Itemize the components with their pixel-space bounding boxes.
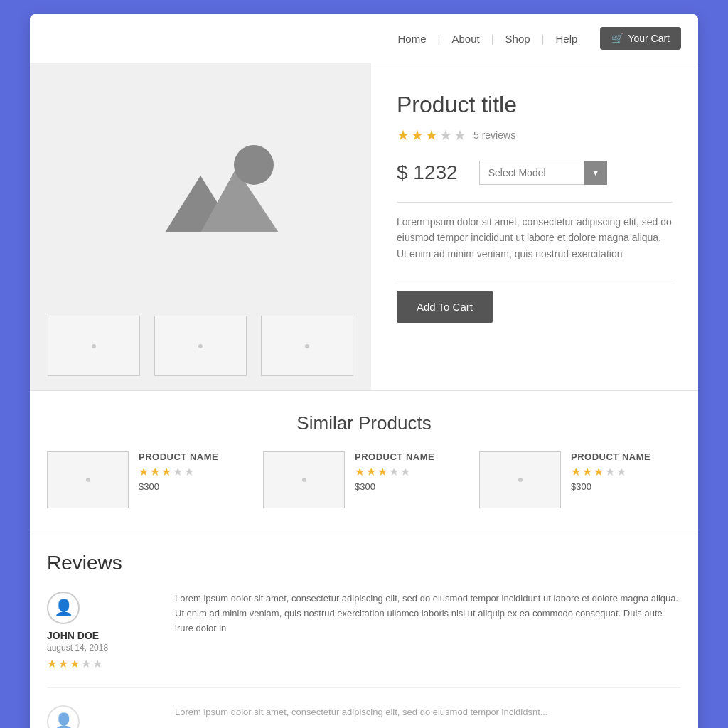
price-model-row: $ 1232 Select Model Model A Model B ▼	[397, 161, 673, 185]
similar-product-1[interactable]: PRODUCT NAME ★ ★ ★ ★ ★ $300	[47, 451, 249, 508]
model-select-wrapper: Select Model Model A Model B ▼	[479, 161, 607, 185]
model-select[interactable]: Select Model Model A Model B	[479, 161, 607, 185]
product-description: Lorem ipsum dolor sit amet, consectetur …	[397, 214, 673, 262]
star-5: ★	[454, 127, 466, 144]
user-icon-1: 👤	[54, 599, 73, 617]
similar-name-1: PRODUCT NAME	[139, 451, 218, 462]
similar-thumb-2	[263, 451, 345, 508]
similar-name-2: PRODUCT NAME	[355, 451, 434, 462]
similar-price-1: $300	[139, 481, 218, 492]
reviewer-date-1: august 14, 2018	[47, 643, 108, 653]
reviewer-left-2: 👤 JOHN DOE	[47, 705, 161, 728]
nav-link-help[interactable]: Help	[545, 33, 589, 45]
main-product-image	[44, 77, 357, 301]
thumbnail-3[interactable]	[261, 316, 353, 376]
reviewer-name-1: JOHN DOE	[47, 630, 99, 641]
thumbnail-2[interactable]	[154, 316, 247, 376]
page-container: Home | About | Shop | Help 🛒 Your Cart	[30, 14, 698, 728]
reviewer-avatar-1: 👤	[47, 592, 80, 624]
thumbnail-2-dot	[198, 344, 203, 348]
similar-thumb-1-dot	[86, 478, 90, 482]
cart-button[interactable]: 🛒 Your Cart	[600, 27, 681, 50]
reviews-title: Reviews	[47, 552, 681, 574]
star-2: ★	[411, 127, 424, 144]
similar-thumb-3-dot	[518, 478, 523, 482]
review-item-2: 👤 JOHN DOE Lorem ipsum dolor sit amet, c…	[47, 705, 681, 728]
similar-thumb-2-dot	[302, 478, 306, 482]
reviewer-left-1: 👤 JOHN DOE august 14, 2018 ★ ★ ★ ★ ★	[47, 592, 161, 670]
similar-product-3[interactable]: PRODUCT NAME ★ ★ ★ ★ ★ $300	[479, 451, 681, 508]
product-image-area	[30, 63, 371, 390]
product-title: Product title	[397, 92, 673, 118]
stars-row: ★ ★ ★ ★ ★ 5 reviews	[397, 127, 673, 144]
similar-info-3: PRODUCT NAME ★ ★ ★ ★ ★ $300	[571, 451, 651, 492]
product-info: Product title ★ ★ ★ ★ ★ 5 reviews $ 1232…	[371, 63, 698, 390]
similar-thumb-3	[479, 451, 561, 508]
similar-info-1: PRODUCT NAME ★ ★ ★ ★ ★ $300	[139, 451, 218, 492]
star-4: ★	[439, 127, 452, 144]
similar-products-row: PRODUCT NAME ★ ★ ★ ★ ★ $300 PR	[47, 451, 681, 508]
similar-info-2: PRODUCT NAME ★ ★ ★ ★ ★ $300	[355, 451, 434, 492]
product-price: $ 1232	[397, 161, 458, 184]
svg-point-2	[234, 145, 274, 185]
cart-label: Your Cart	[628, 33, 670, 44]
user-icon-2: 👤	[54, 712, 73, 728]
similar-title: Similar Products	[47, 412, 681, 434]
review-text-2: Lorem ipsum dolor sit amet, consectetur …	[175, 705, 681, 728]
similar-section: Similar Products PRODUCT NAME ★ ★ ★ ★ ★ …	[30, 390, 698, 530]
similar-price-2: $300	[355, 481, 434, 492]
nav-links: Home | About | Shop | Help	[387, 33, 589, 45]
review-item-1: 👤 JOHN DOE august 14, 2018 ★ ★ ★ ★ ★ Lor…	[47, 592, 681, 688]
review-text-1: Lorem ipsum dolor sit amet, consectetur …	[175, 592, 681, 670]
reviews-count: 5 reviews	[473, 129, 515, 141]
star-3: ★	[425, 127, 438, 144]
thumbnail-1-dot	[92, 344, 96, 348]
similar-product-2[interactable]: PRODUCT NAME ★ ★ ★ ★ ★ $300	[263, 451, 465, 508]
similar-stars-3: ★ ★ ★ ★ ★	[571, 465, 651, 478]
star-1: ★	[397, 127, 410, 144]
similar-stars-1: ★ ★ ★ ★ ★	[139, 465, 218, 478]
similar-name-3: PRODUCT NAME	[571, 451, 651, 462]
thumbnail-row	[48, 316, 353, 376]
divider-1	[397, 202, 673, 203]
add-to-cart-button[interactable]: Add To Cart	[397, 291, 493, 323]
reviewer-avatar-2: 👤	[47, 705, 80, 728]
product-section: Product title ★ ★ ★ ★ ★ 5 reviews $ 1232…	[30, 63, 698, 390]
nav-link-about[interactable]: About	[440, 33, 491, 45]
cart-icon: 🛒	[611, 33, 623, 44]
similar-price-3: $300	[571, 481, 651, 492]
navbar: Home | About | Shop | Help 🛒 Your Cart	[30, 14, 698, 63]
reviews-section: Reviews 👤 JOHN DOE august 14, 2018 ★ ★ ★…	[30, 530, 698, 728]
similar-thumb-1	[47, 451, 129, 508]
similar-stars-2: ★ ★ ★ ★ ★	[355, 465, 434, 478]
nav-link-shop[interactable]: Shop	[494, 33, 542, 45]
product-stars: ★ ★ ★ ★ ★	[397, 127, 466, 144]
review-stars-1: ★ ★ ★ ★ ★	[47, 657, 102, 670]
nav-link-home[interactable]: Home	[387, 33, 438, 45]
thumbnail-3-dot	[305, 344, 309, 348]
divider-2	[397, 279, 673, 279]
thumbnail-1[interactable]	[48, 316, 140, 376]
